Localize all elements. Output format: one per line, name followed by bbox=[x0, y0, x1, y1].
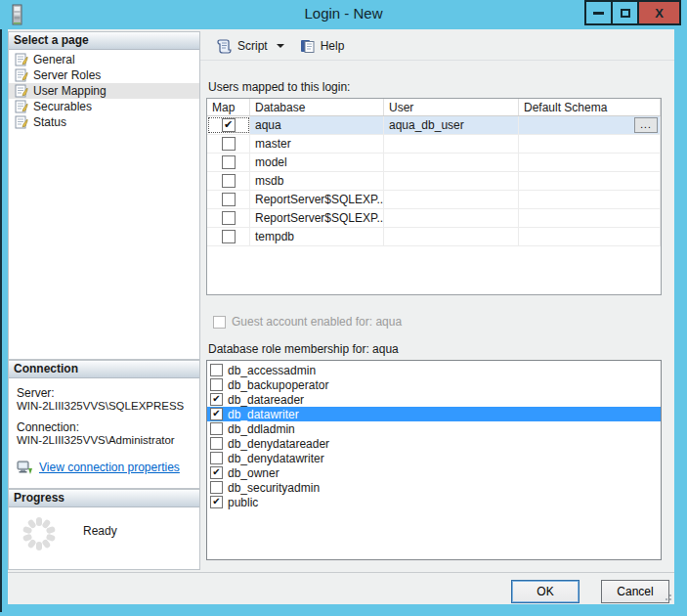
cancel-button[interactable]: Cancel bbox=[601, 580, 669, 603]
table-row[interactable]: ✔ model bbox=[207, 154, 661, 172]
resize-grip[interactable] bbox=[664, 594, 671, 602]
column-header-map[interactable]: Map bbox=[207, 99, 250, 115]
select-page-panel: Select a page General bbox=[8, 31, 200, 360]
server-value: WIN-2LIII325VVS\SQLEXPRESS bbox=[17, 400, 192, 413]
map-checkbox[interactable]: ✔ bbox=[222, 211, 236, 225]
sidebar-page-item[interactable]: General bbox=[9, 52, 199, 67]
page-list: General Server Roles bbox=[9, 50, 199, 130]
role-checkbox[interactable]: ✔ bbox=[210, 422, 223, 435]
role-list-item[interactable]: ✔ db_accessadmin bbox=[207, 363, 661, 377]
page-item-label: General bbox=[33, 53, 75, 66]
default-schema-cell[interactable] bbox=[519, 191, 661, 208]
database-cell[interactable]: aqua bbox=[250, 116, 384, 134]
role-list-item[interactable]: ✔ db_ddladmin bbox=[207, 421, 661, 436]
page-icon bbox=[15, 53, 28, 66]
page-item-label: Securables bbox=[33, 100, 92, 113]
role-list-item[interactable]: ✔ db_backupoperator bbox=[207, 377, 661, 392]
role-checkbox[interactable]: ✔ bbox=[210, 393, 223, 406]
column-header-user[interactable]: User bbox=[384, 99, 519, 115]
sidebar-page-item[interactable]: User Mapping bbox=[9, 83, 199, 99]
database-cell[interactable]: ReportServer$SQLEXP... bbox=[250, 191, 384, 208]
database-cell[interactable]: model bbox=[250, 154, 384, 171]
role-list-item[interactable]: ✔ db_denydatareader bbox=[207, 436, 661, 451]
role-list-item[interactable]: ✔ db_owner bbox=[207, 465, 661, 480]
default-schema-cell[interactable] bbox=[519, 172, 661, 190]
connection-properties-icon bbox=[17, 461, 33, 475]
script-button-label: Script bbox=[237, 39, 268, 53]
dialog-client-area: Select a page General bbox=[8, 29, 674, 604]
database-cell[interactable]: ReportServer$SQLEXP... bbox=[250, 209, 384, 227]
role-name: db_securityadmin bbox=[228, 481, 320, 495]
table-row[interactable]: ✔ master bbox=[207, 135, 661, 154]
default-schema-cell[interactable] bbox=[519, 228, 661, 245]
default-schema-cell[interactable] bbox=[519, 135, 661, 153]
database-cell[interactable]: msdb bbox=[250, 172, 384, 190]
role-checkbox[interactable]: ✔ bbox=[210, 378, 223, 391]
role-list-item[interactable]: ✔ public bbox=[207, 495, 661, 509]
table-row[interactable]: ✔ aqua aqua_db_user ... bbox=[207, 116, 661, 135]
map-checkbox[interactable]: ✔ bbox=[222, 193, 236, 206]
user-cell[interactable] bbox=[384, 191, 519, 208]
script-button[interactable]: Script bbox=[208, 34, 292, 58]
sidebar-page-item[interactable]: Securables bbox=[9, 99, 199, 114]
user-cell[interactable] bbox=[384, 172, 519, 190]
window-border-shadow bbox=[0, 29, 2, 612]
table-row[interactable]: ✔ ReportServer$SQLEXP... bbox=[207, 191, 661, 209]
connection-label: Connection: bbox=[17, 421, 192, 434]
map-checkbox[interactable]: ✔ bbox=[222, 118, 236, 132]
map-checkbox[interactable]: ✔ bbox=[222, 230, 236, 243]
progress-status: Ready bbox=[83, 524, 117, 538]
role-checkbox[interactable]: ✔ bbox=[210, 466, 223, 479]
view-connection-properties-link[interactable]: View connection properties bbox=[39, 462, 180, 474]
role-name: db_denydatareader bbox=[228, 437, 329, 451]
database-cell[interactable]: tempdb bbox=[250, 228, 384, 245]
table-row[interactable]: ✔ ReportServer$SQLEXP... bbox=[207, 209, 661, 228]
sidebar-page-item[interactable]: Server Roles bbox=[9, 67, 199, 83]
role-list-item[interactable]: ✔ db_securityadmin bbox=[207, 480, 661, 495]
user-cell[interactable] bbox=[384, 135, 519, 153]
minimize-icon bbox=[593, 12, 604, 15]
database-cell[interactable]: master bbox=[250, 135, 384, 153]
user-cell[interactable] bbox=[384, 209, 519, 227]
role-checkbox[interactable]: ✔ bbox=[210, 496, 223, 508]
default-schema-cell[interactable] bbox=[519, 154, 661, 171]
window-controls: X bbox=[586, 0, 681, 25]
column-header-database[interactable]: Database bbox=[250, 99, 384, 115]
script-icon bbox=[216, 38, 233, 54]
user-cell[interactable] bbox=[384, 228, 519, 245]
table-row[interactable]: ✔ msdb bbox=[207, 172, 661, 191]
default-schema-cell[interactable] bbox=[519, 209, 661, 227]
role-checkbox[interactable]: ✔ bbox=[210, 437, 223, 450]
page-icon bbox=[15, 68, 28, 82]
map-checkbox[interactable]: ✔ bbox=[222, 155, 236, 169]
users-mapped-label: Users mapped to this login: bbox=[208, 80, 350, 94]
default-schema-cell[interactable]: ... bbox=[519, 116, 661, 134]
title-bar[interactable]: Login - New X bbox=[0, 0, 687, 29]
role-list-item[interactable]: ✔ db_datawriter bbox=[207, 407, 661, 421]
connection-header: Connection bbox=[9, 361, 199, 378]
table-row[interactable]: ✔ tempdb bbox=[207, 228, 661, 246]
toolbar: Script Help bbox=[200, 31, 674, 61]
user-cell[interactable]: aqua_db_user bbox=[384, 116, 519, 134]
role-membership-label: Database role membership for: aqua bbox=[208, 342, 399, 356]
map-checkbox[interactable]: ✔ bbox=[222, 137, 236, 151]
role-name: public bbox=[228, 496, 258, 509]
role-checkbox[interactable]: ✔ bbox=[210, 364, 223, 376]
role-checkbox[interactable]: ✔ bbox=[210, 452, 223, 464]
sidebar-page-item[interactable]: Status bbox=[9, 114, 199, 130]
role-checkbox[interactable]: ✔ bbox=[210, 481, 223, 494]
column-header-default-schema[interactable]: Default Schema bbox=[519, 99, 661, 115]
server-label: Server: bbox=[17, 387, 192, 400]
close-button[interactable]: X bbox=[637, 0, 681, 25]
role-list-item[interactable]: ✔ db_datareader bbox=[207, 392, 661, 407]
help-button[interactable]: Help bbox=[292, 34, 353, 58]
role-name: db_denydatawriter bbox=[228, 452, 324, 465]
minimize-button[interactable] bbox=[584, 0, 613, 25]
role-list-item[interactable]: ✔ db_denydatawriter bbox=[207, 451, 661, 465]
user-cell[interactable] bbox=[384, 154, 519, 171]
role-checkbox[interactable]: ✔ bbox=[210, 408, 223, 420]
maximize-button[interactable] bbox=[611, 0, 639, 25]
ok-button[interactable]: OK bbox=[511, 580, 580, 603]
map-checkbox[interactable]: ✔ bbox=[222, 174, 236, 188]
browse-default-schema-button[interactable]: ... bbox=[634, 117, 658, 133]
